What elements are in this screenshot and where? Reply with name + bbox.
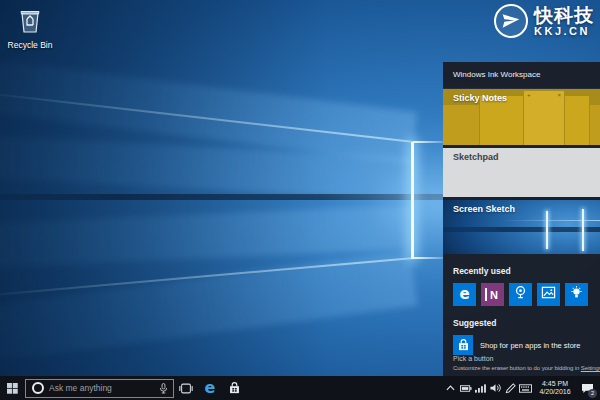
sticky-note — [565, 96, 589, 145]
screen-sketch-label: Screen Sketch — [453, 204, 515, 214]
recent-app-maps[interactable] — [509, 283, 532, 306]
battery-icon[interactable] — [458, 376, 473, 400]
sticky-note — [590, 105, 600, 145]
notification-badge: 2 — [588, 389, 597, 398]
map-pin-icon — [513, 285, 528, 304]
recently-used-label: Recently used — [443, 254, 600, 283]
desktop: Recycle Bin 快科技 KKJ.CN Windows Ink Works… — [0, 0, 600, 400]
sticky-notes-tile[interactable]: + × Sticky Notes — [443, 89, 600, 145]
settings-link[interactable]: Settings — [581, 365, 600, 371]
ink-workspace-panel: Windows Ink Workspace + × Sticky Notes S… — [443, 62, 600, 376]
screen-sketch-tile[interactable]: Screen Sketch — [443, 200, 600, 254]
clock-time: 4:45 PM — [536, 380, 574, 388]
system-tray: 4:45 PM 4/20/2016 2 — [443, 376, 600, 400]
ink-workspace-title: Windows Ink Workspace — [443, 62, 600, 89]
edge-icon: e — [459, 287, 469, 302]
cortana-search-box[interactable] — [25, 379, 174, 398]
recent-app-onenote[interactable]: N — [481, 283, 504, 306]
edge-icon: e — [205, 380, 216, 396]
suggested-label: Suggested — [443, 306, 600, 335]
tray-chevron-up-icon[interactable] — [443, 376, 458, 400]
wallpaper-window-edge — [413, 141, 445, 143]
start-button[interactable] — [0, 376, 25, 400]
store-suggestion-text: Shop for pen apps in the store — [480, 341, 581, 350]
thumbnail-window-edge — [546, 211, 548, 249]
recent-app-photos[interactable] — [537, 283, 560, 306]
ink-workspace-footer: Pick a button Customize the eraser butto… — [443, 355, 600, 376]
sticky-note — [443, 105, 479, 145]
recycle-bin-shortcut[interactable]: Recycle Bin — [6, 6, 54, 50]
sticky-note-close-icon: × — [557, 92, 561, 98]
recently-used-apps: e N — [443, 283, 600, 306]
thumbnail-window-divider — [443, 227, 600, 232]
network-icon[interactable] — [473, 376, 488, 400]
clock-date: 4/20/2016 — [536, 388, 574, 396]
pick-a-button-label: Pick a button — [453, 355, 596, 362]
volume-icon[interactable] — [488, 376, 503, 400]
clock[interactable]: 4:45 PM 4/20/2016 — [533, 380, 577, 396]
store-suggestion[interactable]: Shop for pen apps in the store — [443, 335, 600, 355]
recycle-bin-icon — [17, 20, 43, 37]
taskbar: e — [0, 376, 600, 400]
action-center-button[interactable]: 2 — [577, 376, 597, 400]
store-bag-icon — [228, 382, 241, 395]
thumbnail-light-ray — [503, 220, 600, 222]
sticky-note: + × — [524, 91, 564, 145]
task-view-button[interactable] — [174, 376, 198, 400]
recent-app-edge[interactable]: e — [453, 283, 476, 306]
wallpaper-window-edge — [411, 142, 414, 259]
cortana-icon — [32, 382, 44, 394]
sketchpad-label: Sketchpad — [453, 152, 499, 162]
microphone-icon[interactable] — [159, 383, 168, 394]
sticky-notes-label: Sticky Notes — [453, 93, 507, 103]
pen-icon[interactable] — [503, 376, 518, 400]
sketchpad-tile[interactable]: Sketchpad — [443, 148, 600, 197]
recent-app-pen-ideas[interactable] — [565, 283, 588, 306]
brand-domain: KKJ.CN — [534, 25, 594, 38]
sticky-note — [480, 96, 523, 145]
paper-plane-icon — [494, 4, 528, 38]
brand-watermark: 快科技 KKJ.CN — [494, 4, 594, 38]
store-taskbar-button[interactable] — [222, 376, 246, 400]
store-bag-icon — [453, 335, 473, 355]
customize-eraser-text: Customize the eraser button to do your b… — [453, 365, 596, 371]
sticky-note-add-icon: + — [527, 92, 531, 98]
search-input[interactable] — [49, 383, 159, 393]
onenote-icon: N — [490, 289, 498, 301]
onenote-page-icon — [485, 288, 487, 301]
lightbulb-icon — [569, 285, 584, 304]
photo-icon — [541, 285, 556, 304]
recycle-bin-label: Recycle Bin — [6, 40, 54, 50]
edge-taskbar-button[interactable]: e — [198, 376, 222, 400]
windows-logo-icon — [7, 383, 18, 394]
wallpaper-window-edge — [413, 257, 445, 259]
thumbnail-window-edge — [582, 209, 584, 251]
touch-keyboard-icon[interactable] — [518, 376, 533, 400]
brand-name-cn: 快科技 — [534, 5, 594, 25]
